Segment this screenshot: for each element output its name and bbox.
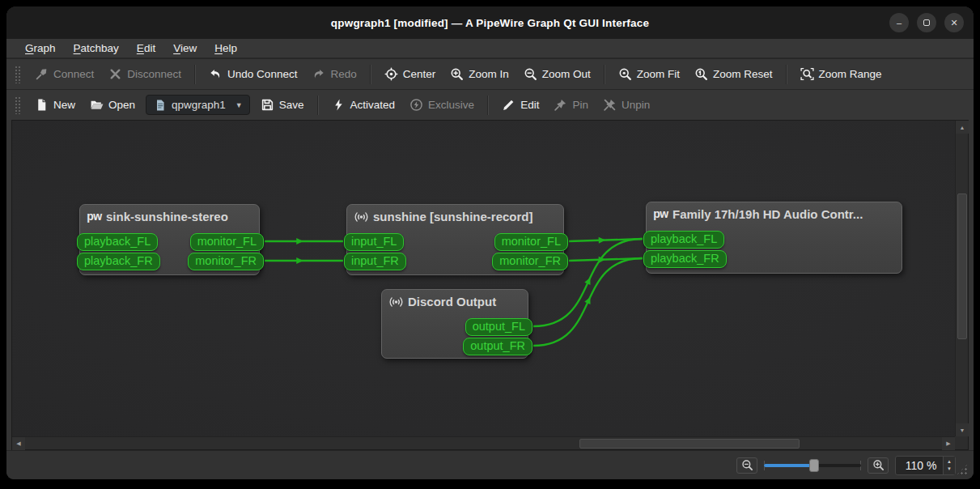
chevron-down-icon: ▼ — [235, 101, 243, 109]
spin-up-icon[interactable]: ▲ — [947, 458, 952, 465]
activated-button[interactable]: Activated — [325, 94, 403, 116]
scroll-down-arrow[interactable]: ▼ — [956, 423, 969, 436]
zoom-slider[interactable] — [764, 457, 861, 474]
toolbar-separator — [487, 96, 489, 115]
port-monitor_FL[interactable]: monitor_FL — [494, 233, 568, 251]
pin-icon — [554, 98, 567, 112]
title-bar[interactable]: qpwgraph1 [modified] — A PipeWire Graph … — [6, 6, 974, 39]
menu-item-patchbay[interactable]: Patchbay — [66, 40, 126, 56]
zoom-out-small-icon — [740, 458, 754, 472]
graph-node-sink-sunshine-stereo[interactable]: pwsink-sunshine-stereoplayback_FLplaybac… — [79, 204, 260, 275]
link-arrow-icon — [599, 237, 606, 244]
toolbar-button-label: Zoom Out — [542, 68, 591, 80]
port-output_FR[interactable]: output_FR — [463, 338, 532, 355]
port-playback_FL[interactable]: playback_FL — [77, 233, 158, 251]
toolbar-separator — [370, 65, 371, 84]
connection-link[interactable] — [569, 258, 643, 261]
edit-button[interactable]: Edit — [494, 94, 546, 116]
toolbar-button-label: Edit — [520, 99, 539, 111]
exclusive-button[interactable]: Exclusive — [402, 94, 482, 116]
scroll-up-arrow[interactable]: ▲ — [956, 121, 969, 134]
toolbar-drag-handle[interactable] — [15, 66, 21, 83]
maximize-button[interactable] — [917, 13, 936, 32]
close-button[interactable]: ✕ — [944, 13, 964, 32]
scroll-right-arrow[interactable]: ▶ — [942, 437, 955, 450]
spin-arrows[interactable]: ▲ ▼ — [943, 457, 955, 474]
spin-down-icon[interactable]: ▼ — [947, 466, 952, 472]
port-monitor_FR[interactable]: monitor_FR — [188, 253, 264, 270]
pin-button[interactable]: Pin — [546, 94, 596, 116]
graph-canvas[interactable]: pwsink-sunshine-stereoplayback_FLplaybac… — [12, 121, 955, 436]
port-monitor_FR[interactable]: monitor_FR — [492, 253, 568, 270]
link-arrow-icon — [296, 257, 303, 264]
graph-node-family-audio[interactable]: pwFamily 17h/19h HD Audio Contr...playba… — [646, 202, 902, 274]
zoom-fit-button[interactable]: Zoom Fit — [611, 63, 687, 85]
graph-node-discord-output[interactable]: Discord Outputoutput_FLoutput_FR — [381, 289, 528, 359]
link-arrow-icon — [584, 276, 593, 285]
zoom-in-small-icon — [872, 458, 885, 472]
toolbar-separator — [194, 65, 196, 84]
toolbar-button-label: Disconnect — [127, 68, 181, 80]
node-title-text: sunshine [sunshine-record] — [373, 210, 533, 223]
zoom-in-button[interactable] — [868, 457, 889, 474]
toolbar-button-label: Center — [403, 68, 436, 80]
toolbar-separator — [317, 96, 319, 115]
graph-view: pwsink-sunshine-stereoplayback_FLplaybac… — [11, 120, 969, 450]
save-icon — [261, 98, 274, 112]
horizontal-scroll-thumb[interactable] — [579, 439, 800, 449]
open-button[interactable]: Open — [83, 94, 142, 116]
port-monitor_FL[interactable]: monitor_FL — [190, 233, 264, 251]
zoom-out-button[interactable]: Zoom Out — [516, 63, 598, 85]
connect-button[interactable]: Connect — [28, 63, 101, 85]
zoom-range-button[interactable]: Zoom Range — [793, 63, 889, 85]
toolbar-button-label: Exclusive — [428, 99, 474, 111]
port-input_FR[interactable]: input_FR — [344, 253, 406, 270]
graph-toolbar: ConnectDisconnectUndo ConnectRedoCenterZ… — [6, 58, 974, 89]
toolbar-button-label: Save — [279, 99, 304, 111]
scroll-left-arrow[interactable]: ◀ — [12, 437, 25, 450]
toolbar-button-label: Undo Connect — [227, 68, 297, 80]
center-button[interactable]: Center — [377, 63, 443, 85]
toolbar-drag-handle[interactable] — [15, 96, 21, 114]
zoom-in-icon — [450, 67, 464, 81]
zoom-spinbox[interactable]: 110 % ▲ ▼ — [895, 456, 956, 475]
port-playback_FR[interactable]: playback_FR — [77, 253, 160, 270]
zoom-out-button[interactable] — [736, 457, 757, 474]
redo-button[interactable]: Redo — [304, 63, 363, 85]
zoom-range-icon — [800, 67, 814, 81]
minimize-button[interactable]: – — [889, 13, 909, 32]
toolbar-button-label: Zoom Range — [819, 68, 882, 80]
menu-item-graph[interactable]: Graph — [18, 40, 63, 56]
graph-node-sunshine[interactable]: sunshine [sunshine-record]input_FLinput_… — [346, 204, 564, 275]
unpin-button[interactable]: Unpin — [596, 94, 657, 116]
menu-item-edit[interactable]: Edit — [129, 40, 163, 56]
vertical-scrollbar[interactable]: ▲ ▼ — [955, 121, 968, 436]
new-button[interactable]: New — [28, 94, 83, 116]
exclusive-icon — [409, 98, 423, 112]
port-playback_FL[interactable]: playback_FL — [643, 231, 724, 249]
save-button[interactable]: Save — [253, 94, 312, 116]
zoom-in-button[interactable]: Zoom In — [443, 63, 516, 85]
port-input_FL[interactable]: input_FL — [344, 233, 404, 251]
menu-item-view[interactable]: View — [166, 40, 204, 56]
slider-handle[interactable] — [809, 459, 819, 472]
horizontal-scrollbar[interactable]: ◀ ▶ — [12, 436, 955, 449]
toolbar-separator — [604, 65, 605, 84]
port-output_FL[interactable]: output_FL — [465, 318, 532, 336]
undo-connect-button[interactable]: Undo Connect — [202, 63, 304, 85]
pipewire-icon: pw — [87, 209, 101, 223]
stream-icon — [389, 295, 403, 308]
menu-item-help[interactable]: Help — [207, 40, 244, 56]
window-title: qpwgraph1 [modified] — A PipeWire Graph … — [331, 17, 649, 29]
patchbay-selector-value: qpwgraph1 — [172, 99, 226, 111]
connection-link[interactable] — [569, 239, 643, 241]
toolbar-button-label: Activated — [350, 99, 396, 111]
disconnect-button[interactable]: Disconnect — [101, 63, 189, 85]
vertical-scroll-thumb[interactable] — [957, 193, 967, 339]
port-playback_FR[interactable]: playback_FR — [643, 250, 727, 268]
scrollbar-corner — [955, 436, 968, 449]
toolbar-button-label: Open — [108, 99, 135, 111]
edit-icon — [502, 98, 515, 112]
zoom-reset-button[interactable]: Zoom Reset — [687, 63, 780, 85]
patchbay-selector-combo[interactable]: qpwgraph1▼ — [146, 95, 250, 115]
